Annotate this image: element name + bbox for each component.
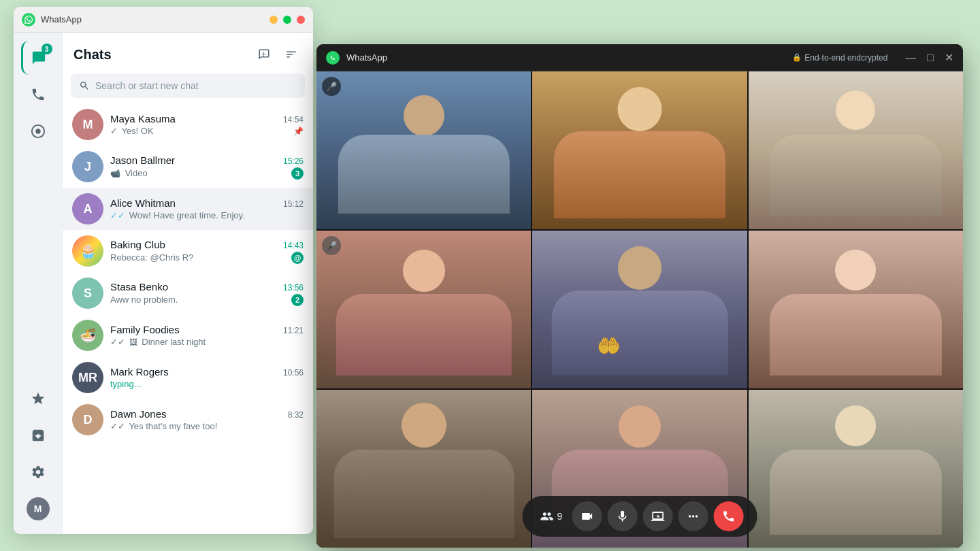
sidebar: 3 M [14,33,63,534]
mute-icon-1: 🎤 [322,77,341,96]
video-cell-9 [749,390,963,548]
chat-name-stasa: Stasa Benko [110,281,168,293]
chat-time-family: 11:21 [283,326,304,335]
video-cell-7 [316,390,531,548]
video-titlebar: WhatsApp 🔒 End-to-end endcrypted — □ ✕ [316,44,963,71]
avatar-dawn: D [72,404,103,435]
video-minimize-btn[interactable]: — [905,52,916,63]
tick-alice: ✓✓ [110,210,125,220]
avatar-alice: A [72,193,103,224]
encryption-badge: 🔒 End-to-end endcrypted [792,53,887,63]
chat-item-stasa[interactable]: S Stasa Benko 13:56 Aww no problem. 2 [63,272,313,314]
unread-badge-jason: 3 [291,167,304,180]
chat-preview-alice: ✓✓ Wow! Have great time. Enjoy. [110,210,304,220]
video-cell-1: 🎤 [316,71,531,229]
svg-point-1 [35,129,40,133]
video-cell-5: 🤲 [532,231,747,388]
end-call-button[interactable] [713,501,743,531]
video-cell-6 [749,231,963,388]
chat-preview-jason: 📹 Video [110,168,291,178]
call-controls: 9 [523,496,757,537]
sidebar-item-calls[interactable] [21,78,55,112]
outer-close-btn[interactable]: ✕ [297,16,305,24]
chat-preview-family: ✓✓ 🖼 Dinner last night [110,337,304,347]
chat-info-baking: Baking Club 14:43 Rebecca: @Chris R? @ [110,239,304,264]
search-icon [79,80,90,91]
tick-maya: ✓ [110,126,118,136]
outer-titlebar: WhatsApp — □ ✕ [14,7,313,33]
chat-info-alice: Alice Whitman 15:12 ✓✓ Wow! Have great t… [110,197,304,220]
chat-item-baking[interactable]: 🧁 Baking Club 14:43 Rebecca: @Chris R? @ [63,230,313,272]
whatsapp-logo-video [326,51,340,65]
chat-preview-baking: Rebecca: @Chris R? [110,252,291,263]
chat-time-mark: 10:56 [283,368,304,378]
microphone-button[interactable] [607,501,637,531]
outer-minimize-btn[interactable]: — [270,16,278,24]
video-maximize-btn[interactable]: □ [927,52,934,63]
participants-count: 9 [536,510,567,523]
search-bar [71,73,305,98]
chat-list: M Maya Kasuma 14:54 ✓ Yes! OK 📌 [63,103,313,534]
chat-item-mark[interactable]: MR Mark Rogers 10:56 typing... [63,356,313,399]
video-cell-3 [749,71,963,229]
lock-icon: 🔒 [792,53,802,62]
video-app-name: WhatsApp [346,52,387,63]
sidebar-bottom: M [21,382,55,534]
sidebar-item-status[interactable] [21,114,55,148]
sidebar-item-settings[interactable] [21,455,55,489]
screen-share-button[interactable] [642,501,672,531]
chat-item-family[interactable]: 🍜 Family Foodies 11:21 ✓✓ 🖼 Dinner last … [63,314,313,356]
chat-time-maya: 14:54 [283,115,304,124]
video-close-btn[interactable]: ✕ [945,52,953,63]
mute-icon-4: 🎤 [322,236,341,255]
video-win-controls: — □ ✕ [905,52,953,63]
sidebar-item-archived[interactable] [21,418,55,452]
outer-maximize-btn[interactable]: □ [283,16,291,24]
chat-name-family: Family Foodies [110,324,180,335]
chat-header-icons [253,44,302,65]
outer-window-controls: — □ ✕ [270,16,305,24]
chat-item-dawn[interactable]: D Dawn Jones 8:32 ✓✓ Yes that's my fave … [63,399,313,441]
chat-time-baking: 14:43 [283,241,304,250]
chats-badge: 3 [42,44,52,54]
chats-title: Chats [74,47,112,63]
chat-name-jason: Jason Ballmer [110,154,175,166]
chat-item-maya[interactable]: M Maya Kasuma 14:54 ✓ Yes! OK 📌 [63,103,313,146]
sidebar-item-favorites[interactable] [21,382,55,416]
camera-button[interactable] [572,501,602,531]
chat-name-dawn: Dawn Jones [110,408,167,420]
participants-icon [540,510,554,523]
sidebar-item-chats[interactable]: 3 [21,41,55,75]
chat-name-alice: Alice Whitman [110,197,176,209]
chat-preview-stasa: Aww no problem. [110,295,291,305]
chat-preview-dawn: ✓✓ Yes that's my fave too! [110,421,304,431]
encryption-label: End-to-end endcrypted [804,53,887,63]
chat-item-alice[interactable]: A Alice Whitman 15:12 ✓✓ Wow! Have great… [63,188,313,230]
chat-item-jason[interactable]: J Jason Ballmer 15:26 📹 Video 3 [63,146,313,188]
chat-info-mark: Mark Rogers 10:56 typing... [110,366,304,389]
pin-icon-maya: 📌 [293,127,304,136]
participant-number: 9 [557,511,563,522]
chat-name-mark: Mark Rogers [110,366,169,378]
tick-dawn: ✓✓ [110,421,125,431]
chat-panel: Chats M M [63,33,313,534]
chat-info-dawn: Dawn Jones 8:32 ✓✓ Yes that's my fave to… [110,408,304,431]
more-options-button[interactable] [678,501,708,531]
outer-window-title: WhatsApp [41,14,264,24]
chat-info-maya: Maya Kasuma 14:54 ✓ Yes! OK 📌 [110,113,304,136]
video-grid: 🎤 🎤 [316,71,963,548]
tick-family: ✓✓ [110,337,125,347]
chat-name-maya: Maya Kasuma [110,113,176,124]
video-cell-4: 🎤 [316,231,531,388]
chat-name-baking: Baking Club [110,239,165,250]
sidebar-item-profile[interactable]: M [21,492,55,526]
chat-time-jason: 15:26 [283,156,304,166]
filter-button[interactable] [280,44,302,65]
chat-info-jason: Jason Ballmer 15:26 📹 Video 3 [110,154,304,180]
new-chat-button[interactable] [253,44,275,65]
chat-time-alice: 15:12 [283,199,304,209]
search-input[interactable] [95,80,297,91]
avatar-jason: J [72,151,103,182]
avatar-stasa: S [72,278,103,309]
chat-time-stasa: 13:56 [283,283,304,293]
